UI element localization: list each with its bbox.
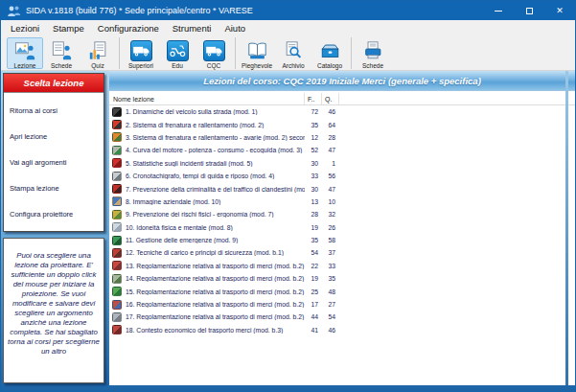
toolbar-button-label: CQC bbox=[207, 62, 220, 69]
toolbar: LezioneSchedeQuizSuperioriEduCQCPieghevo… bbox=[1, 36, 575, 71]
lesson-name: 15. Regolamentazione relativa al traspor… bbox=[126, 288, 305, 295]
toolbar-button-quiz[interactable]: Quiz bbox=[80, 37, 116, 69]
toolbar-group: SuperioriEduCQC bbox=[120, 37, 236, 69]
lesson-fo-count: 25 bbox=[305, 288, 322, 295]
quiz-chart-icon bbox=[87, 40, 109, 61]
toolbar-button-schede[interactable]: Schede bbox=[355, 37, 391, 69]
table-row[interactable]: 12. Tecniche di carico e principi di sic… bbox=[109, 246, 575, 259]
column-header-q[interactable]: Q. bbox=[322, 93, 339, 104]
toolbar-button-label: Schede bbox=[362, 62, 383, 69]
lesson-name: 12. Tecniche di carico e principi di sic… bbox=[126, 249, 305, 256]
menubar: LezioniStampeConfigurazioneStrumentiAiut… bbox=[1, 20, 575, 36]
lesson-icon bbox=[112, 300, 122, 310]
toolbar-button-catalogo[interactable]: Catalogo bbox=[311, 37, 348, 69]
menu-configurazione[interactable]: Configurazione bbox=[91, 20, 166, 36]
table-row[interactable]: 7. Prevenzione della criminalità e del t… bbox=[109, 182, 575, 195]
lesson-quiz-count: 48 bbox=[322, 288, 339, 295]
toolbar-button-superiori[interactable]: Superiori bbox=[123, 37, 159, 69]
sidebar-item-configura-proiettore[interactable]: Configura proiettore bbox=[4, 201, 104, 227]
lesson-fo-count: 54 bbox=[305, 249, 322, 256]
sidebar-item-apri-lezione[interactable]: Apri lezione bbox=[4, 124, 104, 150]
table-row[interactable]: 5. Statistiche sugli incidenti stradali … bbox=[109, 157, 575, 170]
lesson-name: 7. Prevenzione della criminalità e del t… bbox=[126, 186, 305, 193]
lesson-quiz-count: 46 bbox=[322, 108, 339, 115]
close-button[interactable]: ✕ bbox=[544, 1, 575, 20]
lesson-quiz-count: 47 bbox=[322, 186, 339, 193]
table-row[interactable]: 17. Regolamentazione relativa al traspor… bbox=[109, 311, 575, 323]
lesson-fo-count: 30 bbox=[305, 160, 322, 167]
lesson-fo-count: 44 bbox=[305, 313, 322, 320]
lesson-quiz-count: 1 bbox=[322, 160, 339, 167]
table-row[interactable]: 14. Regolamentazione relativa al traspor… bbox=[109, 272, 575, 285]
lesson-quiz-count: 26 bbox=[322, 224, 339, 231]
maximize-button[interactable] bbox=[514, 1, 544, 20]
lesson-name: 3. Sistema di frenatura e rallentamento … bbox=[126, 134, 305, 141]
lesson-icon bbox=[112, 210, 122, 219]
truck-icon bbox=[130, 40, 152, 61]
table-row[interactable]: 9. Prevenzione dei rischi fisici - ergon… bbox=[109, 208, 575, 220]
sidebar: Scelta lezione Ritorna ai corsiApri lezi… bbox=[1, 71, 107, 385]
table-row[interactable]: 3. Sistema di frenatura e rallentamento … bbox=[109, 131, 575, 144]
lesson-name: 8. Immagine aziendale (mod. 10) bbox=[126, 198, 305, 205]
lesson-name: 2. Sistema di frenatura e rallentamento … bbox=[126, 122, 305, 128]
table-row[interactable]: 2. Sistema di frenatura e rallentamento … bbox=[109, 118, 575, 130]
menu-strumenti[interactable]: Strumenti bbox=[166, 20, 219, 36]
lesson-name: 5. Statistiche sugli incidenti stradali … bbox=[126, 160, 305, 167]
toolbar-button-schede[interactable]: Schede bbox=[43, 37, 80, 69]
sidebar-item-vai-agli-argomenti[interactable]: Vai agli argomenti bbox=[4, 150, 104, 175]
toolbar-button-pieghevole[interactable]: Pieghevole bbox=[239, 37, 275, 69]
menu-stampe[interactable]: Stampe bbox=[46, 20, 91, 36]
column-header-nome-lezione[interactable]: Nome lezione bbox=[109, 93, 305, 104]
lesson-name: 10. Idoneità fisica e mentale (mod. 8) bbox=[126, 224, 305, 231]
lesson-choice-panel: Scelta lezione Ritorna ai corsiApri lezi… bbox=[3, 73, 104, 232]
main-panel: Lezioni del corso: CQC 2019 Iniziale Mer… bbox=[109, 71, 575, 385]
toolbar-button-lezione[interactable]: Lezione bbox=[7, 37, 43, 69]
lesson-quiz-count: 35 bbox=[322, 275, 339, 282]
lesson-quiz-count: 10 bbox=[322, 198, 339, 205]
table-row[interactable]: 11. Gestione delle emergenze (mod. 9)355… bbox=[109, 234, 575, 246]
lesson-name: 18. Contesto economico del trasporto mer… bbox=[126, 327, 305, 334]
menu-aiuto[interactable]: Aiuto bbox=[218, 20, 252, 36]
toolbar-button-label: Pieghevole bbox=[242, 62, 272, 69]
lesson-fo-count: 22 bbox=[305, 263, 322, 269]
table-row[interactable]: 1. Dinamiche del veicolo sulla strada (m… bbox=[109, 105, 575, 118]
toolbar-button-edu[interactable]: Edu bbox=[159, 37, 196, 69]
lesson-icon bbox=[112, 146, 122, 155]
lesson-fo-count: 72 bbox=[305, 108, 322, 115]
app-logo-icon bbox=[7, 5, 21, 17]
table-row[interactable]: 13. Regolamentazione relativa al traspor… bbox=[109, 260, 575, 272]
lesson-quiz-count: 54 bbox=[322, 313, 339, 320]
toolbar-button-label: Catalogo bbox=[317, 62, 342, 69]
lesson-icon bbox=[112, 222, 122, 232]
table-row[interactable]: 16. Regolamentazione relativa al traspor… bbox=[109, 298, 575, 311]
lesson-icon bbox=[112, 236, 122, 245]
sidebar-item-ritorna-ai-corsi[interactable]: Ritorna ai corsi bbox=[4, 98, 104, 124]
lesson-icon bbox=[112, 158, 122, 168]
column-header-fo[interactable]: F.. bbox=[305, 93, 322, 104]
lesson-quiz-count: 58 bbox=[322, 237, 339, 243]
toolbar-group: Schede bbox=[352, 37, 394, 69]
toolbar-button-archivio[interactable]: Archivio bbox=[275, 37, 311, 69]
titlebar: SIDA v.1818 (build 776) * Sede principal… bbox=[1, 1, 575, 20]
lesson-name: 11. Gestione delle emergenze (mod. 9) bbox=[126, 237, 305, 243]
table-row[interactable]: 4. Curva del motore - potenza - consumo … bbox=[109, 144, 575, 156]
lesson-icon bbox=[112, 261, 122, 270]
table-row[interactable]: 10. Idoneità fisica e mentale (mod. 8)19… bbox=[109, 221, 575, 234]
lesson-quiz-count: 37 bbox=[322, 249, 339, 256]
table-row[interactable]: 18. Contesto economico del trasporto mer… bbox=[109, 324, 575, 336]
table-row[interactable]: 6. Cronotachigrafo, tempi di guida e rip… bbox=[109, 170, 575, 182]
table-header: Nome lezione F.. Q. bbox=[109, 93, 575, 105]
lesson-name: 17. Regolamentazione relativa al traspor… bbox=[126, 313, 305, 320]
lesson-fo-count: 19 bbox=[305, 224, 322, 231]
lesson-name: 1. Dinamiche del veicolo sulla strada (m… bbox=[126, 108, 305, 115]
table-row[interactable]: 15. Regolamentazione relativa al traspor… bbox=[109, 285, 575, 297]
minimize-button[interactable] bbox=[483, 1, 514, 20]
menu-lezioni[interactable]: Lezioni bbox=[4, 20, 46, 36]
toolbar-button-cqc[interactable]: CQC bbox=[196, 37, 232, 69]
toolbar-button-label: Superiori bbox=[128, 62, 153, 69]
sidebar-item-stampa-lezione[interactable]: Stampa lezione bbox=[4, 175, 104, 201]
table-row[interactable]: 8. Immagine aziendale (mod. 10)1310 bbox=[109, 196, 575, 208]
toolbar-group: LezioneSchedeQuiz bbox=[4, 37, 120, 69]
sheet-projector-icon bbox=[51, 40, 73, 61]
toolbar-button-label: Quiz bbox=[91, 62, 104, 69]
